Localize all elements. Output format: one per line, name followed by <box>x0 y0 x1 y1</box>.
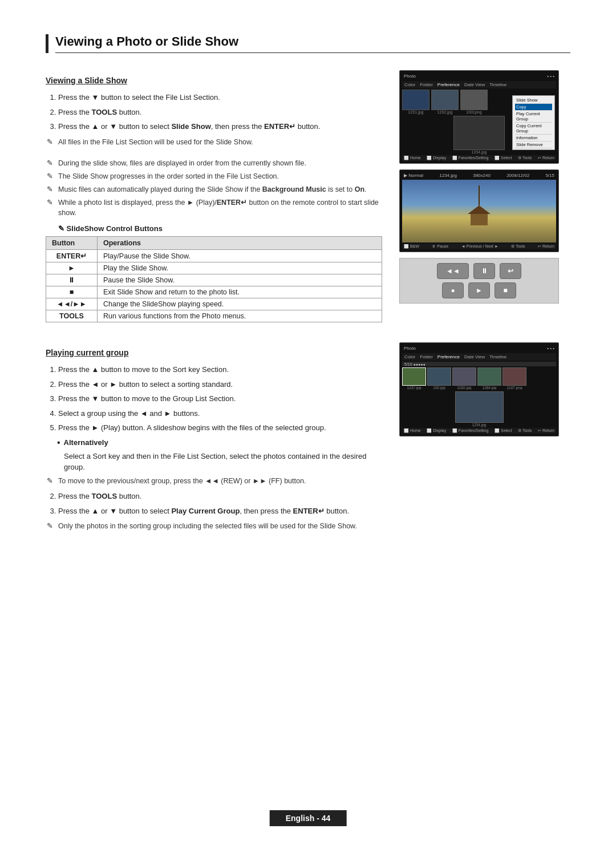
viewer-filename: 1234.jpg <box>439 173 457 178</box>
ss-nav: Color Folder Preference Date View Timeli… <box>402 81 556 88</box>
gthumb1 <box>402 367 426 386</box>
remote-row-1: ◄◄ ⏸ ↩ <box>437 263 521 279</box>
s2-step6: Press the TOOLS button. <box>58 491 382 502</box>
ss-header: Photo • • • <box>402 73 556 79</box>
btn-rewind: ◄◄ <box>437 263 469 279</box>
section1-right: Photo • • • Color Folder Preference Date… <box>399 70 570 328</box>
menu-slide-remove: Slide Remove <box>515 142 552 148</box>
control-table: Button Operations ENTER↵ Play/Pause the … <box>46 236 382 322</box>
group-ss-header: Photo • • • <box>402 345 556 351</box>
remote-row-2: ● ► ■ <box>442 282 516 298</box>
section1-steps: Press the ▼ button to select the File Li… <box>46 92 382 132</box>
nav-folder: Folder <box>420 82 433 87</box>
section2-left: Playing current group Press the ▲ button… <box>46 342 382 534</box>
viewer-mode: ▶ Normal <box>404 173 423 178</box>
btn-tools: TOOLS <box>46 310 98 322</box>
gthumb3-label: 1020.jpg <box>457 386 472 390</box>
s2-step3: Press the ▼ button to move to the Group … <box>58 393 382 405</box>
gthumb-group1: 1237.jpg <box>402 367 426 390</box>
screenshot-photo-browser: Photo • • • Color Folder Preference Date… <box>399 70 559 164</box>
note-final: Only the photos in the sorting group inc… <box>46 521 382 532</box>
gthumb2-label: 100.jpg <box>433 386 445 390</box>
thumb-group1: 1231.jpg <box>402 90 429 114</box>
large-thumb-label: 1234.jpg <box>472 150 487 154</box>
btn-play: ► <box>46 262 98 274</box>
note-rewind: To move to the previous/next group, pres… <box>46 476 382 487</box>
note-music: Music files can automatically played dur… <box>46 184 382 195</box>
ss-thumb-area: 1231.jpg 1232.jpg 1001png 1234 <box>402 90 556 154</box>
beach-hut <box>468 185 491 225</box>
s2-step2: Press the ◄ or ► button to select a sort… <box>58 379 382 390</box>
menu-copy: Copy <box>515 104 552 111</box>
section1-left: Viewing a Slide Show Press the ▼ button … <box>46 70 382 328</box>
vf-prevnext: ◄ Previous / Next ► <box>461 244 499 249</box>
op-pause: Pause the Slide Show. <box>98 274 382 286</box>
gf-favorites: ⬜ Favorites/Setting <box>452 428 488 433</box>
gnav-preference: Preference <box>437 354 460 359</box>
col-header-button: Button <box>46 237 98 250</box>
col-header-operations: Operations <box>98 237 382 250</box>
thumb3 <box>460 90 488 110</box>
section2-header: Playing current group <box>46 348 382 357</box>
group-thumbnails: 1237.jpg 100.jpg 1020.jpg 1284.jpg <box>402 367 556 390</box>
gf-display: ⬜ Display <box>427 428 446 433</box>
ss-title: Photo <box>404 74 416 79</box>
table-row: TOOLS Run various functions from the Pho… <box>46 310 382 322</box>
footer-tools: ⚙ Tools <box>518 156 532 160</box>
note-progress: The Slide Show progresses in the order s… <box>46 171 382 182</box>
section2: Playing current group Press the ▲ button… <box>46 342 570 534</box>
gnav-timeline: Timeline <box>489 354 506 359</box>
screenshot-photo-viewer: ▶ Normal 1234.jpg 380x240 2008/12/02 5/1… <box>399 169 559 252</box>
thumb3-label: 1001png <box>466 110 481 114</box>
table-row: ■ Exit Slide Show and return to the phot… <box>46 286 382 298</box>
footer-return: ↩ Return <box>538 156 554 160</box>
thumb1 <box>402 90 429 110</box>
alt-text: Select a Sort key and then in the File L… <box>46 451 382 473</box>
section2-steps-cont: Press the TOOLS button. Press the ▲ or ▼… <box>46 491 382 516</box>
slideshow-control-label: ✎ SlideShow Control Buttons <box>46 224 382 233</box>
viewer-header: ▶ Normal 1234.jpg 380x240 2008/12/02 5/1… <box>402 172 556 179</box>
thumb2 <box>431 90 459 110</box>
nav-color: Color <box>404 82 415 87</box>
viewer-page: 5/15 <box>545 173 554 178</box>
step-2: Press the TOOLS button. <box>58 107 382 118</box>
viewer-resolution: 380x240 <box>473 173 491 178</box>
table-row: ► Play the Slide Show. <box>46 262 382 274</box>
gthumb3 <box>452 367 476 386</box>
nav-preference: Preference <box>437 82 460 87</box>
page-title: Viewing a Photo or Slide Show <box>55 34 570 49</box>
gnav-color: Color <box>404 354 415 359</box>
op-stop: Exit Slide Show and return to the photo … <box>98 286 382 298</box>
btn-stop: ■ <box>46 286 98 298</box>
vf-return: ↩ Return <box>538 244 554 249</box>
section2-right: Photo • • • Color Folder Preference Date… <box>399 342 570 534</box>
btn-skip: ◄◄/►► <box>46 298 98 310</box>
op-enter: Play/Pause the Slide Show. <box>98 250 382 262</box>
screenshot-group-browser: Photo • • • Color Folder Preference Date… <box>399 342 559 436</box>
table-row: ⏸ Pause the Slide Show. <box>46 274 382 286</box>
note-play: While a photo list is displayed, press t… <box>46 197 382 219</box>
btn-dot: ● <box>442 282 464 298</box>
vf-bw: ⬜ B&W <box>404 244 419 249</box>
s2-step7: Press the ▲ or ▼ button to select Play C… <box>58 506 382 517</box>
table-row: ENTER↵ Play/Pause the Slide Show. <box>46 250 382 262</box>
section2-steps: Press the ▲ button to move to the Sort k… <box>46 364 382 434</box>
section1-header: Viewing a Slide Show <box>46 76 382 85</box>
menu-play-current: Play Current Group <box>515 111 552 123</box>
alternatively-block: Alternatively <box>57 438 382 447</box>
hut-pole <box>479 185 480 205</box>
viewer-footer: ⬜ B&W ⏸ Pause ◄ Previous / Next ► ⚙ Tool… <box>402 244 556 249</box>
thumb-group2: 1232.jpg <box>431 90 459 114</box>
gthumb1-label: 1237.jpg <box>407 386 422 390</box>
note-order: During the slide show, files are display… <box>46 158 382 169</box>
gf-tools: ⚙ Tools <box>518 428 532 433</box>
footer-text: English - 44 <box>286 814 331 823</box>
gthumb4-label: 1284.jpg <box>483 386 497 390</box>
gthumb-group5: 1107.png <box>502 367 526 390</box>
gthumb5 <box>502 367 526 386</box>
footer-display: ⬜ Display <box>427 156 446 160</box>
footer-home: ⬜ Home <box>404 156 421 160</box>
group-counter: 5/10 ●●●●● <box>404 362 425 366</box>
step-3: Press the ▲ or ▼ button to select Slide … <box>58 121 382 132</box>
group-ss-title: Photo <box>404 346 416 351</box>
